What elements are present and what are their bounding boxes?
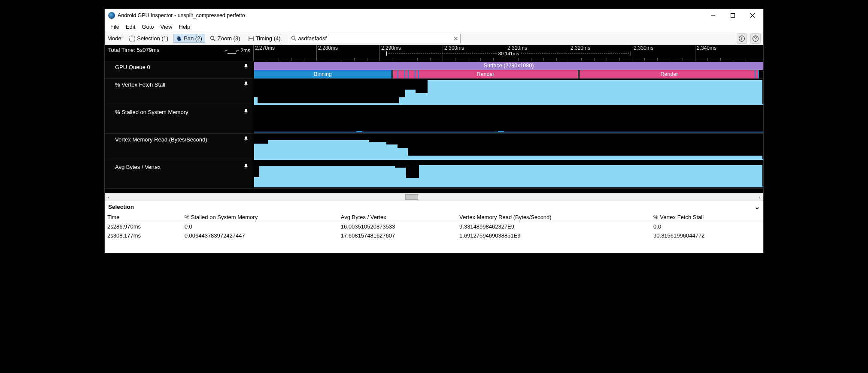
ruler-major-tick: 2,280ms	[316, 45, 338, 61]
selection-panel: Selection ⌄ Time% Stalled on System Memo…	[105, 201, 763, 253]
track-avg-bytes: Avg Bytes / Vertex	[105, 161, 763, 189]
table-cell: 2s286.970ms	[105, 222, 182, 232]
abv-chart[interactable]	[253, 161, 763, 188]
window-title: Android GPU Inspector - unsplit_compress…	[118, 12, 703, 18]
search-input[interactable]	[297, 35, 453, 42]
svg-point-16	[755, 39, 756, 40]
mode-zoom[interactable]: Zoom (3)	[207, 34, 243, 43]
mode-selection[interactable]: Selection (1)	[126, 34, 171, 43]
gpu-render-block-1[interactable]: Render	[393, 70, 578, 78]
svg-line-11	[294, 39, 295, 40]
mode-label: Mode:	[107, 35, 123, 42]
svg-point-10	[291, 36, 294, 39]
scroll-right-icon[interactable]: ›	[756, 195, 763, 200]
ssm-chart[interactable]	[253, 106, 763, 133]
mode-timing[interactable]: Timing (4)	[245, 34, 284, 43]
toolbar: Mode: Selection (1) Pan (2) Zoom (3) Tim…	[105, 32, 763, 45]
svg-point-5	[210, 36, 214, 39]
menubar: File Edit Goto View Help	[105, 22, 763, 32]
scroll-left-icon[interactable]: ‹	[105, 195, 112, 200]
pin-icon[interactable]	[243, 81, 249, 87]
pin-icon[interactable]	[243, 64, 249, 69]
app-window: Android GPU Inspector - unsplit_compress…	[104, 9, 764, 253]
titlebar: Android GPU Inspector - unsplit_compress…	[105, 9, 763, 22]
pin-icon[interactable]	[243, 164, 249, 169]
track-gpu-queue: GPU Queue 0 Surface (2280x1080) Binning …	[105, 61, 763, 79]
selection-span-label: 80.141ms	[386, 51, 631, 56]
svg-line-6	[213, 39, 215, 41]
minor-scale: ⌐___⌐ 2ms	[225, 48, 250, 54]
gpu-surface-block[interactable]: Surface (2280x1080)	[254, 62, 763, 70]
table-column-header[interactable]: % Stalled on System Memory	[182, 213, 338, 222]
gpu-binning-block[interactable]: Binning	[254, 70, 392, 78]
ruler-major-tick: 2,330ms	[632, 45, 653, 61]
timing-icon	[248, 36, 254, 42]
table-cell: 0.0	[182, 222, 338, 232]
close-button[interactable]	[743, 9, 762, 22]
track-label-gpu: GPU Queue 0	[115, 64, 150, 70]
table-cell: 0.0	[651, 222, 763, 232]
app-icon	[108, 12, 115, 19]
table-cell: 90.31561996044772	[651, 231, 763, 240]
timeline: Total Time: 5s079ms ⌐___⌐ 2ms 2,270ms2,2…	[105, 45, 763, 193]
pan-icon	[176, 36, 182, 42]
total-time: Total Time: 5s079ms	[108, 47, 159, 53]
menu-edit[interactable]: Edit	[123, 23, 138, 31]
svg-rect-1	[731, 14, 735, 18]
collapse-icon[interactable]: ⌄	[754, 203, 760, 211]
info-button[interactable]	[737, 33, 747, 44]
mode-pan[interactable]: Pan (2)	[173, 34, 205, 43]
track-label-abv: Avg Bytes / Vertex	[115, 164, 161, 170]
table-cell: 9.33148998462327E9	[457, 222, 651, 232]
svg-point-13	[741, 37, 742, 38]
maximize-button[interactable]	[723, 9, 743, 22]
search-box[interactable]: ✕	[289, 34, 461, 43]
time-ruler-row: Total Time: 5s079ms ⌐___⌐ 2ms 2,270ms2,2…	[105, 45, 763, 61]
track-stalled-mem: % Stalled on System Memory	[105, 106, 763, 134]
help-button[interactable]	[750, 33, 761, 44]
scroll-thumb[interactable]	[405, 194, 418, 200]
track-label-vmr: Vertex Memory Read (Bytes/Second)	[115, 136, 207, 143]
table-column-header[interactable]: Vertex Memory Read (Bytes/Second)	[457, 213, 651, 222]
menu-help[interactable]: Help	[176, 23, 194, 31]
table-row[interactable]: 2s286.970ms0.016.0035105208735339.331489…	[105, 222, 763, 232]
gpu-render-block-2[interactable]: Render	[580, 70, 759, 78]
table-column-header[interactable]: % Vertex Fetch Stall	[651, 213, 763, 222]
selection-icon	[129, 36, 135, 42]
selection-table: Time% Stalled on System MemoryAvg Bytes …	[105, 213, 763, 240]
gpu-queue-content[interactable]: Surface (2280x1080) Binning Render Rende…	[253, 61, 763, 78]
table-cell: 1.6912759469038851E9	[457, 231, 651, 240]
selection-header: Selection	[108, 204, 134, 210]
menu-file[interactable]: File	[107, 23, 122, 31]
search-icon	[291, 36, 297, 41]
table-cell: 17.608157481627607	[338, 231, 457, 240]
track-label-vfs: % Vertex Fetch Stall	[115, 81, 165, 88]
svg-rect-4	[130, 36, 135, 41]
track-label-ssm: % Stalled on System Memory	[115, 109, 188, 115]
mode-zoom-label: Zoom (3)	[218, 35, 240, 42]
horizontal-scrollbar[interactable]: ‹ ›	[105, 193, 763, 201]
mode-pan-label: Pan (2)	[184, 35, 202, 42]
vfs-chart[interactable]	[253, 79, 763, 106]
pin-icon[interactable]	[243, 109, 249, 114]
pin-icon[interactable]	[243, 136, 249, 141]
vmr-chart[interactable]	[253, 134, 763, 161]
mode-timing-label: Timing (4)	[256, 35, 281, 42]
menu-view[interactable]: View	[158, 23, 176, 31]
table-column-header[interactable]: Avg Bytes / Vertex	[338, 213, 457, 222]
table-cell: 2s308.177ms	[105, 231, 182, 240]
minimize-button[interactable]	[703, 9, 723, 22]
zoom-icon	[210, 36, 216, 42]
ruler-major-tick: 2,270ms	[253, 45, 275, 61]
track-vertex-fetch-stall: % Vertex Fetch Stall	[105, 79, 763, 106]
mode-selection-label: Selection (1)	[137, 35, 168, 42]
table-cell: 16.003510520873533	[338, 222, 457, 232]
clear-search-icon[interactable]: ✕	[453, 35, 458, 42]
ruler-major-tick: 2,340ms	[695, 45, 716, 61]
menu-goto[interactable]: Goto	[139, 23, 157, 31]
table-column-header[interactable]: Time	[105, 213, 182, 222]
table-cell: 0.006443783972427447	[182, 231, 338, 240]
time-ruler[interactable]: 2,270ms2,280ms2,290ms2,300ms2,310ms2,320…	[253, 45, 763, 61]
track-vmem-read: Vertex Memory Read (Bytes/Second)	[105, 134, 763, 161]
table-row[interactable]: 2s308.177ms0.00644378397242744717.608157…	[105, 231, 763, 240]
